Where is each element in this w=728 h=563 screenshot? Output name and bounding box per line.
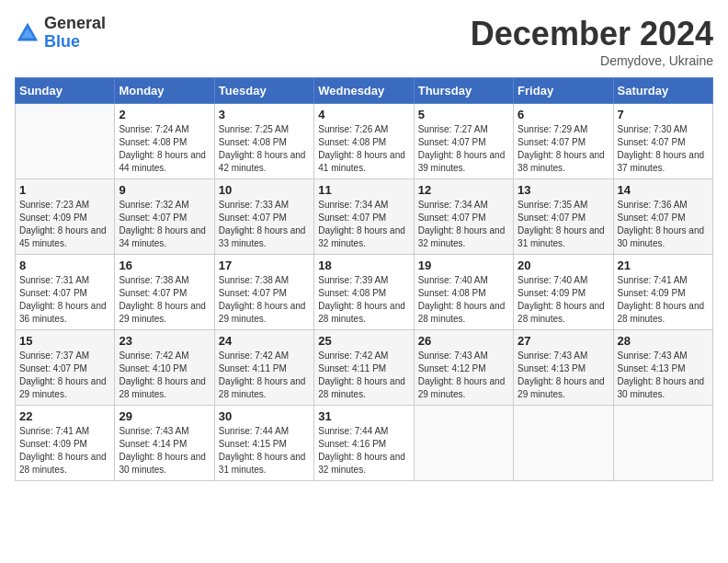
day-number: 31	[318, 409, 409, 423]
calendar-cell: 24 Sunrise: 7:42 AM Sunset: 4:11 PM Dayl…	[214, 330, 313, 406]
col-sunday: Sunday	[16, 78, 115, 104]
day-info: Sunrise: 7:23 AM Sunset: 4:09 PM Dayligh…	[19, 199, 110, 250]
day-info: Sunrise: 7:32 AM Sunset: 4:07 PM Dayligh…	[119, 199, 210, 250]
day-info: Sunrise: 7:36 AM Sunset: 4:07 PM Dayligh…	[618, 199, 709, 250]
day-info: Sunrise: 7:34 AM Sunset: 4:07 PM Dayligh…	[318, 199, 409, 250]
day-number: 22	[19, 409, 110, 423]
col-monday: Monday	[115, 78, 214, 104]
day-info: Sunrise: 7:29 AM Sunset: 4:07 PM Dayligh…	[518, 123, 609, 175]
day-info: Sunrise: 7:43 AM Sunset: 4:13 PM Dayligh…	[518, 350, 609, 401]
calendar-table: Sunday Monday Tuesday Wednesday Thursday…	[15, 77, 713, 481]
calendar-cell: 18 Sunrise: 7:39 AM Sunset: 4:08 PM Dayl…	[314, 255, 414, 330]
day-number: 28	[618, 334, 709, 348]
day-number: 10	[219, 183, 310, 197]
day-number: 24	[219, 334, 310, 348]
calendar-cell: 8 Sunrise: 7:31 AM Sunset: 4:07 PM Dayli…	[16, 255, 115, 330]
day-number: 12	[418, 183, 509, 197]
logo-icon	[15, 20, 40, 46]
logo: General Blue	[15, 15, 106, 52]
day-info: Sunrise: 7:38 AM Sunset: 4:07 PM Dayligh…	[219, 274, 310, 326]
calendar-cell: 3 Sunrise: 7:25 AM Sunset: 4:08 PM Dayli…	[214, 104, 313, 179]
day-info: Sunrise: 7:37 AM Sunset: 4:07 PM Dayligh…	[19, 350, 110, 401]
day-info: Sunrise: 7:33 AM Sunset: 4:07 PM Dayligh…	[219, 199, 310, 250]
calendar-week-row: 22 Sunrise: 7:41 AM Sunset: 4:09 PM Dayl…	[16, 406, 713, 481]
day-number: 21	[618, 259, 709, 272]
day-info: Sunrise: 7:43 AM Sunset: 4:12 PM Dayligh…	[418, 350, 509, 401]
calendar-cell	[414, 406, 513, 481]
day-number: 15	[19, 334, 110, 348]
day-info: Sunrise: 7:30 AM Sunset: 4:07 PM Dayligh…	[618, 123, 709, 175]
calendar-cell: 5 Sunrise: 7:27 AM Sunset: 4:07 PM Dayli…	[414, 104, 513, 179]
calendar-cell: 17 Sunrise: 7:38 AM Sunset: 4:07 PM Dayl…	[214, 255, 313, 330]
day-info: Sunrise: 7:44 AM Sunset: 4:16 PM Dayligh…	[318, 425, 409, 477]
day-info: Sunrise: 7:34 AM Sunset: 4:07 PM Dayligh…	[418, 199, 509, 250]
calendar-cell: 25 Sunrise: 7:42 AM Sunset: 4:11 PM Dayl…	[314, 330, 414, 406]
day-info: Sunrise: 7:43 AM Sunset: 4:13 PM Dayligh…	[618, 350, 709, 401]
calendar-cell: 29 Sunrise: 7:43 AM Sunset: 4:14 PM Dayl…	[115, 406, 214, 481]
logo-general-text: General	[44, 15, 106, 33]
calendar-cell: 7 Sunrise: 7:30 AM Sunset: 4:07 PM Dayli…	[613, 104, 712, 179]
day-number: 17	[219, 259, 310, 272]
day-number: 8	[19, 259, 110, 272]
day-number: 30	[219, 409, 310, 423]
calendar-cell: 23 Sunrise: 7:42 AM Sunset: 4:10 PM Dayl…	[115, 330, 214, 406]
day-number: 25	[318, 334, 409, 348]
calendar-cell	[16, 104, 115, 179]
calendar-cell: 12 Sunrise: 7:34 AM Sunset: 4:07 PM Dayl…	[414, 179, 513, 255]
day-info: Sunrise: 7:35 AM Sunset: 4:07 PM Dayligh…	[518, 199, 609, 250]
calendar-cell: 19 Sunrise: 7:40 AM Sunset: 4:08 PM Dayl…	[414, 255, 513, 330]
location-subtitle: Demydove, Ukraine	[471, 53, 713, 68]
calendar-cell: 21 Sunrise: 7:41 AM Sunset: 4:09 PM Dayl…	[613, 255, 712, 330]
col-friday: Friday	[514, 78, 613, 104]
day-info: Sunrise: 7:42 AM Sunset: 4:10 PM Dayligh…	[119, 350, 210, 401]
calendar-cell: 1 Sunrise: 7:23 AM Sunset: 4:09 PM Dayli…	[16, 179, 115, 255]
day-info: Sunrise: 7:44 AM Sunset: 4:15 PM Dayligh…	[219, 425, 310, 477]
title-area: December 2024 Demydove, Ukraine	[471, 15, 713, 68]
day-number: 3	[219, 108, 310, 121]
day-number: 18	[318, 259, 409, 272]
col-saturday: Saturday	[613, 78, 712, 104]
logo-blue-text: Blue	[44, 33, 106, 52]
calendar-cell: 20 Sunrise: 7:40 AM Sunset: 4:09 PM Dayl…	[514, 255, 613, 330]
day-number: 20	[518, 259, 609, 272]
calendar-cell: 15 Sunrise: 7:37 AM Sunset: 4:07 PM Dayl…	[16, 330, 115, 406]
day-number: 7	[618, 108, 709, 121]
day-info: Sunrise: 7:27 AM Sunset: 4:07 PM Dayligh…	[418, 123, 509, 175]
day-info: Sunrise: 7:38 AM Sunset: 4:07 PM Dayligh…	[119, 274, 210, 326]
calendar-cell	[514, 406, 613, 481]
day-number: 16	[119, 259, 210, 272]
day-info: Sunrise: 7:42 AM Sunset: 4:11 PM Dayligh…	[318, 350, 409, 401]
calendar-cell: 14 Sunrise: 7:36 AM Sunset: 4:07 PM Dayl…	[613, 179, 712, 255]
day-number: 1	[19, 183, 110, 197]
day-info: Sunrise: 7:24 AM Sunset: 4:08 PM Dayligh…	[119, 123, 210, 175]
day-number: 6	[518, 108, 609, 121]
day-number: 27	[518, 334, 609, 348]
col-thursday: Thursday	[414, 78, 513, 104]
day-number: 19	[418, 259, 509, 272]
calendar-cell: 16 Sunrise: 7:38 AM Sunset: 4:07 PM Dayl…	[115, 255, 214, 330]
day-info: Sunrise: 7:41 AM Sunset: 4:09 PM Dayligh…	[618, 274, 709, 326]
day-info: Sunrise: 7:26 AM Sunset: 4:08 PM Dayligh…	[318, 123, 409, 175]
day-number: 2	[119, 108, 210, 121]
day-info: Sunrise: 7:40 AM Sunset: 4:09 PM Dayligh…	[518, 274, 609, 326]
day-info: Sunrise: 7:40 AM Sunset: 4:08 PM Dayligh…	[418, 274, 509, 326]
day-info: Sunrise: 7:41 AM Sunset: 4:09 PM Dayligh…	[19, 425, 110, 477]
calendar-cell: 26 Sunrise: 7:43 AM Sunset: 4:12 PM Dayl…	[414, 330, 513, 406]
day-info: Sunrise: 7:42 AM Sunset: 4:11 PM Dayligh…	[219, 350, 310, 401]
col-wednesday: Wednesday	[314, 78, 414, 104]
calendar-cell: 13 Sunrise: 7:35 AM Sunset: 4:07 PM Dayl…	[514, 179, 613, 255]
month-title: December 2024	[471, 15, 713, 53]
day-info: Sunrise: 7:25 AM Sunset: 4:08 PM Dayligh…	[219, 123, 310, 175]
calendar-cell: 6 Sunrise: 7:29 AM Sunset: 4:07 PM Dayli…	[514, 104, 613, 179]
calendar-cell: 27 Sunrise: 7:43 AM Sunset: 4:13 PM Dayl…	[514, 330, 613, 406]
calendar-cell: 31 Sunrise: 7:44 AM Sunset: 4:16 PM Dayl…	[314, 406, 414, 481]
day-number: 26	[418, 334, 509, 348]
col-tuesday: Tuesday	[214, 78, 313, 104]
calendar-week-row: 15 Sunrise: 7:37 AM Sunset: 4:07 PM Dayl…	[16, 330, 713, 406]
page-header: General Blue December 2024 Demydove, Ukr…	[15, 15, 713, 68]
day-number: 9	[119, 183, 210, 197]
day-number: 29	[119, 409, 210, 423]
calendar-cell: 22 Sunrise: 7:41 AM Sunset: 4:09 PM Dayl…	[16, 406, 115, 481]
day-number: 14	[618, 183, 709, 197]
calendar-cell: 30 Sunrise: 7:44 AM Sunset: 4:15 PM Dayl…	[214, 406, 313, 481]
